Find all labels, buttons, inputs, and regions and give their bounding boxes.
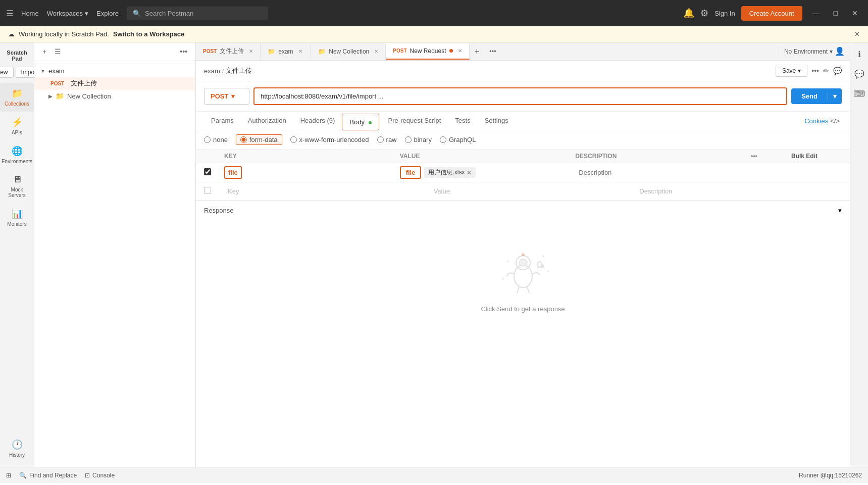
mock-servers-icon: 🖥 [13, 174, 22, 185]
row-checkbox-cell [204, 168, 224, 177]
save-dropdown-icon[interactable]: ▾ [798, 67, 801, 74]
form-data-radio[interactable] [240, 136, 247, 143]
response-dropdown-icon[interactable]: ▾ [838, 207, 842, 214]
authorization-tab[interactable]: Authorization [241, 113, 293, 129]
folder-icon: 📁 [318, 48, 326, 55]
save-button[interactable]: Save ▾ [776, 65, 807, 77]
empty-row-checkbox[interactable] [204, 187, 211, 194]
send-label[interactable]: Send [791, 92, 828, 100]
urlencoded-option[interactable]: x-www-form-urlencoded [290, 136, 369, 143]
create-account-button[interactable]: Create Account [741, 6, 802, 21]
cookies-link[interactable]: Cookies [804, 117, 828, 125]
description-input[interactable] [575, 167, 751, 178]
empty-key-input[interactable] [224, 185, 430, 197]
table-row: file file 用户信息.xlsx ✕ [196, 163, 850, 182]
cloud-icon: ☁ [8, 30, 15, 38]
environment-selector[interactable]: No Environment ▾ 👤 [779, 46, 850, 56]
new-button[interactable]: New [0, 67, 14, 78]
file-type-badge[interactable]: file [400, 166, 422, 179]
none-option[interactable]: none [204, 136, 228, 143]
env-chevron-down-icon: ▾ [830, 48, 833, 55]
code-icon[interactable]: </> [828, 113, 842, 129]
breadcrumb-parent[interactable]: exam [204, 67, 220, 75]
comment-sidebar-icon[interactable]: 💬 [851, 66, 867, 82]
search-bar[interactable]: 🔍 Search Postman [127, 7, 268, 20]
empty-desc-input[interactable] [636, 185, 842, 197]
sort-collections-button[interactable]: ☰ [53, 46, 63, 57]
nav-workspaces[interactable]: Workspaces ▾ [47, 10, 88, 17]
apis-icon: ⚡ [12, 117, 23, 128]
remove-file-button[interactable]: ✕ [467, 169, 472, 176]
tab-new-collection-close-icon[interactable]: ✕ [374, 48, 378, 54]
edit-icon[interactable]: ✏ [823, 67, 829, 75]
sign-in-button[interactable]: Sign In [714, 10, 735, 17]
exam-collection-toggle[interactable]: ▼ exam [34, 65, 195, 77]
pre-request-tab[interactable]: Pre-request Script [381, 113, 448, 129]
layout-toggle[interactable]: ⊞ [6, 472, 11, 479]
sidebar-item-mock-servers[interactable]: 🖥 Mock Servers [0, 169, 34, 203]
notification-close[interactable]: ✕ [854, 30, 860, 38]
tab-new-request[interactable]: POST New Request ✕ [386, 43, 469, 60]
send-button[interactable]: Send ▾ [791, 88, 842, 104]
sidebar-item-history[interactable]: 🕐 History [0, 434, 34, 463]
console-button[interactable]: ⊡ Console [85, 472, 115, 479]
history-icon: 🕐 [12, 439, 23, 450]
params-tab[interactable]: Params [204, 113, 241, 129]
sidebar-item-environments[interactable]: 🌐 Environments [0, 140, 34, 169]
bulk-edit-header[interactable]: Bulk Edit [791, 153, 842, 160]
add-tab-button[interactable]: + [470, 43, 484, 60]
collections-panel-header: + ☰ ••• [34, 42, 195, 61]
tab-new-request-close-icon[interactable]: ✕ [458, 48, 462, 54]
add-collection-button[interactable]: + [40, 46, 48, 57]
notification-bar: ☁ Working locally in Scratch Pad. Switch… [0, 26, 868, 42]
headers-tab[interactable]: Headers (9) [293, 113, 342, 129]
graphql-option[interactable]: GraphQL [440, 136, 476, 143]
body-tab[interactable]: Body [342, 114, 379, 130]
info-icon[interactable]: ℹ [855, 46, 864, 62]
menu-icon[interactable]: ☰ [6, 9, 13, 18]
scratch-pad-title: Scratch Pad [0, 46, 34, 67]
urlencoded-radio[interactable] [290, 136, 297, 143]
raw-option[interactable]: raw [377, 136, 397, 143]
minimize-button[interactable]: — [808, 7, 824, 19]
sidebar-item-collections[interactable]: 📁 Collections [0, 83, 34, 112]
none-radio[interactable] [204, 136, 211, 143]
new-collection-item[interactable]: ▶ 📁 New Collection [34, 90, 195, 102]
file-upload-request-item[interactable]: POST 文件上传 [34, 77, 195, 90]
tab-new-collection[interactable]: 📁 New Collection ✕ [311, 44, 386, 59]
tab-exam-close-icon[interactable]: ✕ [298, 48, 302, 54]
raw-radio[interactable] [377, 136, 384, 143]
key-value-display: file [224, 166, 242, 179]
url-input[interactable] [253, 87, 787, 105]
close-button[interactable]: ✕ [848, 7, 862, 19]
keyboard-icon[interactable]: ⌨ [850, 86, 868, 102]
binary-radio[interactable] [405, 136, 412, 143]
maximize-button[interactable]: □ [830, 7, 842, 19]
graphql-radio[interactable] [440, 136, 446, 143]
tab-close-icon[interactable]: ✕ [249, 48, 253, 54]
monitors-icon: 📊 [12, 208, 23, 219]
form-data-option[interactable]: form-data [236, 134, 282, 145]
sidebar-item-apis[interactable]: ⚡ APIs [0, 112, 34, 140]
settings-tab[interactable]: Settings [478, 113, 516, 129]
sidebar-item-monitors[interactable]: 📊 Monitors [0, 203, 34, 232]
no-environment-label: No Environment [784, 48, 828, 55]
row-enabled-checkbox[interactable] [204, 168, 211, 175]
more-actions-button[interactable]: ••• [811, 67, 819, 75]
method-select[interactable]: POST ▾ [204, 88, 249, 105]
more-collections-button[interactable]: ••• [178, 46, 189, 57]
empty-value-input[interactable] [430, 185, 636, 197]
desc-col-header: DESCRIPTION [575, 153, 751, 160]
tab-exam[interactable]: 📁 exam ✕ [261, 44, 311, 59]
comment-icon[interactable]: 💬 [833, 67, 842, 75]
tests-tab[interactable]: Tests [448, 113, 477, 129]
nav-home[interactable]: Home [21, 10, 39, 17]
switch-workspace-link[interactable]: Switch to a Workspace [113, 30, 184, 38]
tab-file-upload[interactable]: POST 文件上传 ✕ [196, 43, 261, 60]
send-dropdown-icon[interactable]: ▾ [828, 92, 842, 100]
more-tabs-button[interactable]: ••• [484, 43, 501, 59]
find-replace-button[interactable]: 🔍 Find and Replace [19, 472, 77, 479]
settings-icon[interactable]: ⚙ [700, 8, 708, 19]
binary-option[interactable]: binary [405, 136, 432, 143]
nav-explore[interactable]: Explore [96, 10, 119, 17]
